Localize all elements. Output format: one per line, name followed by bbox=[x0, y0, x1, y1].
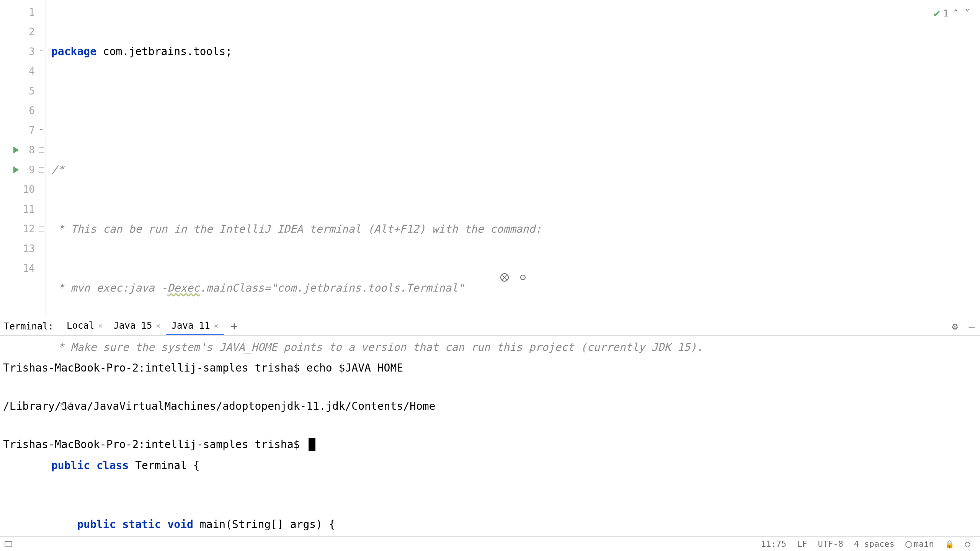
gutter-line[interactable]: 10 bbox=[0, 180, 46, 200]
line-number: 3 bbox=[29, 46, 35, 57]
indent bbox=[51, 518, 77, 531]
line-number: 13 bbox=[23, 243, 35, 254]
comment: * Make sure the system's JAVA_HOME point… bbox=[51, 341, 703, 354]
circle-icon[interactable] bbox=[520, 275, 526, 280]
comment: * This can be run in the IntelliJ IDEA t… bbox=[51, 223, 542, 235]
fold-toggle-icon[interactable] bbox=[39, 128, 44, 133]
keyword: public static void bbox=[77, 518, 193, 531]
line-number: 4 bbox=[29, 65, 35, 77]
line-number: 10 bbox=[23, 184, 35, 195]
gutter-line[interactable]: 11 bbox=[0, 199, 46, 219]
gutter-line[interactable]: 1 bbox=[0, 2, 46, 22]
tool-window-toggle-icon[interactable] bbox=[5, 541, 12, 547]
fold-toggle-icon[interactable] bbox=[39, 49, 44, 54]
code-line[interactable]: * This can be run in the IntelliJ IDEA t… bbox=[46, 219, 980, 239]
code-line[interactable]: package com.jetbrains.tools; bbox=[46, 42, 980, 62]
code-text: main(String[] args) { bbox=[193, 518, 335, 531]
chevron-up-icon[interactable]: ˄ bbox=[952, 9, 960, 18]
comment: /* bbox=[51, 163, 64, 176]
file-encoding[interactable]: UTF-8 bbox=[813, 539, 849, 549]
code-text: Terminal { bbox=[129, 459, 199, 472]
code-text: com.jetbrains.tools; bbox=[96, 45, 232, 58]
inspection-widget[interactable]: ✔ 1 ˄ ˅ bbox=[934, 7, 972, 20]
comment: .mainClass="com.jetbrains.tools.Terminal… bbox=[200, 282, 464, 294]
keyword: package bbox=[51, 45, 96, 58]
editor-floating-widget: ✕ bbox=[500, 273, 526, 282]
status-bar: 11:75 LF UTF-8 4 spaces main 🔒 ◯ bbox=[0, 536, 980, 551]
lock-icon[interactable]: 🔒 bbox=[939, 540, 960, 549]
gutter-line[interactable]: 8 bbox=[0, 140, 46, 160]
inspection-eye-icon[interactable]: ◯ bbox=[960, 539, 975, 549]
line-number: 5 bbox=[29, 85, 35, 97]
comment-typo: Dexec bbox=[167, 282, 199, 294]
caret-position[interactable]: 11:75 bbox=[756, 539, 792, 549]
gutter-line[interactable]: 4 bbox=[0, 62, 46, 82]
branch-name: main bbox=[914, 539, 934, 549]
line-number: 11 bbox=[23, 204, 35, 215]
editor-gutter: 1 2 3 4 5 6 7 8 9 10 11 12 13 14 bbox=[0, 0, 46, 317]
gutter-line[interactable]: 13 bbox=[0, 239, 46, 259]
line-number: 1 bbox=[29, 7, 35, 18]
comment: */ bbox=[51, 400, 71, 412]
gutter-line[interactable]: 14 bbox=[0, 259, 46, 279]
line-number: 8 bbox=[29, 144, 35, 156]
line-separator[interactable]: LF bbox=[792, 539, 813, 549]
gutter-line[interactable]: 3 bbox=[0, 42, 46, 62]
line-number: 6 bbox=[29, 105, 35, 116]
fold-toggle-icon[interactable] bbox=[39, 167, 44, 173]
gutter-line[interactable]: 5 bbox=[0, 81, 46, 101]
comment: * mvn exec:java - bbox=[51, 282, 167, 294]
code-area[interactable]: package com.jetbrains.tools; /* * This c… bbox=[46, 0, 980, 317]
run-gutter-icon[interactable] bbox=[13, 166, 19, 173]
gutter-line[interactable]: 2 bbox=[0, 22, 46, 42]
inspection-count: 1 bbox=[943, 8, 949, 19]
line-number: 9 bbox=[29, 164, 35, 176]
chevron-down-icon[interactable]: ˅ bbox=[963, 9, 972, 18]
code-line[interactable] bbox=[46, 101, 980, 121]
line-number: 14 bbox=[23, 262, 35, 274]
code-line[interactable]: public class Terminal { bbox=[46, 456, 980, 476]
gutter-line[interactable]: 7 bbox=[0, 121, 46, 140]
code-line[interactable]: /* bbox=[46, 160, 980, 180]
line-number: 7 bbox=[29, 125, 35, 136]
gutter-line[interactable]: 9 bbox=[0, 160, 46, 180]
line-number: 12 bbox=[23, 223, 35, 235]
indent-setting[interactable]: 4 spaces bbox=[849, 539, 900, 549]
close-circle-icon[interactable]: ✕ bbox=[500, 273, 509, 282]
code-line[interactable]: * Make sure the system's JAVA_HOME point… bbox=[46, 337, 980, 357]
fold-toggle-icon[interactable] bbox=[39, 226, 44, 231]
gutter-line[interactable]: 12 bbox=[0, 219, 46, 239]
git-branch[interactable]: main bbox=[900, 539, 939, 549]
code-line[interactable]: public static void main(String[] args) { bbox=[46, 515, 980, 535]
keyword: public class bbox=[51, 459, 129, 472]
fold-toggle-icon[interactable] bbox=[39, 147, 44, 153]
code-line[interactable]: */ bbox=[46, 396, 980, 416]
gutter-line[interactable]: 6 bbox=[0, 101, 46, 121]
run-gutter-icon[interactable] bbox=[13, 147, 19, 153]
line-number: 2 bbox=[29, 26, 35, 37]
check-icon: ✔ bbox=[934, 7, 940, 20]
editor-pane: 1 2 3 4 5 6 7 8 9 10 11 12 13 14 package… bbox=[0, 0, 980, 317]
